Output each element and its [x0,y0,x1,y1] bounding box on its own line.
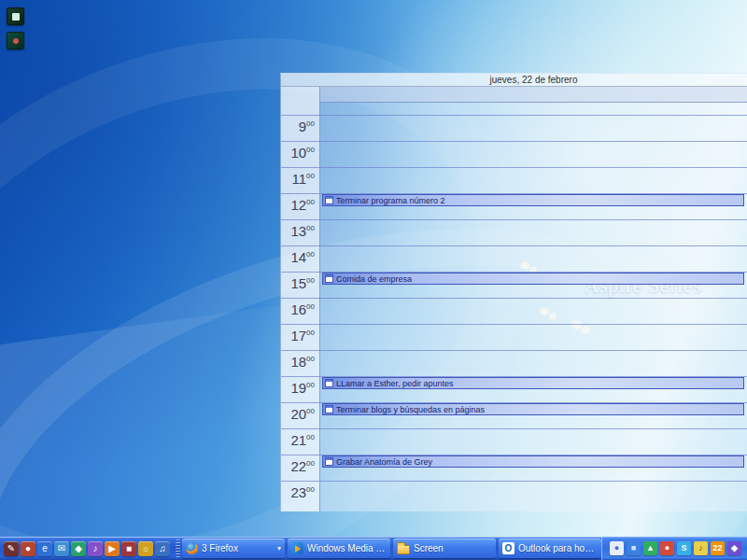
calendar-hour-row[interactable]: 1100 [281,167,747,193]
calendar-item-icon [325,274,333,283]
appointment[interactable]: LLamar a Esther, pedir apuntes [322,377,744,389]
wmp-icon [291,542,303,554]
tray-icon[interactable]: S [677,541,691,555]
appointment-label: LLamar a Esther, pedir apuntes [336,379,454,388]
quick-launch-icon[interactable]: ✎ [4,541,19,556]
task-button-label: Windows Media Player [307,543,387,553]
hour-label: 1700 [281,328,315,343]
quick-launch-icon[interactable]: ▶ [105,541,120,556]
firefox-icon [186,542,198,554]
calendar-item-icon [325,457,333,466]
hour-label: 1500 [281,275,315,291]
hour-label: 1900 [281,380,315,396]
quick-launch-icon[interactable]: ◆ [71,541,86,556]
tray-icon[interactable]: ● [610,541,624,555]
desktop-icon[interactable] [7,32,24,49]
tray-icon[interactable]: 22 [711,541,725,555]
taskbar: ✎●e✉◆♪▶■☼♫ 3 Firefox▾Windows Media Playe… [0,537,747,560]
appointment[interactable]: Terminar blogs y búsquedas en páginas [322,403,744,415]
toolbar-separator[interactable] [176,539,180,557]
quick-launch-icon[interactable]: ● [21,541,35,556]
tray-icon[interactable]: ● [660,541,674,555]
tray-icon[interactable]: ■ [627,541,641,555]
calendar-hour-row[interactable]: 2100 [281,428,747,455]
hour-label: 1100 [281,171,315,187]
quick-launch-icon[interactable]: ✉ [54,541,69,556]
outlook-calendar-panel: jueves, 22 de febrero 900100011001200130… [280,73,747,511]
calendar-hour-row[interactable]: 1800 [281,350,747,376]
desktop-icon[interactable] [7,7,24,25]
desktop: Aspire Series jueves, 22 de febrero 9001… [0,0,747,560]
calendar-grid: 9001000110012001300140015001600170018001… [281,74,747,511]
calendar-hour-row[interactable]: 2300 [281,481,747,507]
calendar-item-icon [325,405,333,413]
calendar-hour-row[interactable]: 900 [281,115,747,141]
task-button-label: Outlook para hoy - Mi... [518,543,598,553]
hour-label: 2300 [281,484,315,500]
appointment[interactable]: Grabar Anatomía de Grey [322,455,744,468]
tray-icon[interactable]: ▲ [643,541,657,555]
task-button-label: Screen [414,543,492,553]
hour-label: 2100 [281,432,315,448]
hour-label: 1400 [281,249,315,265]
quick-launch: ✎●e✉◆♪▶■☼♫ [0,541,174,556]
calendar-hour-row[interactable]: 1300 [281,219,747,245]
outlook-icon [502,542,514,554]
hour-label: 1800 [281,354,315,370]
calendar-item-icon [325,379,333,387]
task-button[interactable]: Outlook para hoy - Mi... [499,539,601,558]
hour-label: 1000 [281,145,315,161]
calendar-hour-row[interactable]: 1000 [281,141,747,167]
tray-icon[interactable]: ♪ [694,541,708,555]
hour-label: 1300 [281,223,315,239]
task-button-label: 3 Firefox [202,543,274,553]
hour-label: 2200 [281,458,315,474]
quick-launch-icon[interactable]: ☼ [138,541,153,556]
appointment-label: Comida de empresa [336,274,412,284]
calendar-hour-row[interactable]: 1700 [281,324,747,350]
hour-label: 1600 [281,301,315,317]
calendar-hour-row[interactable]: 1600 [281,298,747,324]
quick-launch-icon[interactable]: ♫ [155,541,170,556]
quick-launch-icon[interactable]: e [37,541,52,556]
appointment[interactable]: Terminar programa número 2 [322,194,744,206]
appointment-label: Terminar programa número 2 [336,196,445,205]
calendar-hour-row[interactable]: 1400 [281,245,747,272]
quick-launch-icon[interactable]: ■ [121,541,136,556]
folder-icon [397,545,410,554]
quick-launch-icon[interactable]: ♪ [88,541,103,556]
system-tray: ●■▲●S♪22◆ [601,537,747,560]
appointment-label: Grabar Anatomía de Grey [336,457,432,467]
appointment-label: Terminar blogs y búsquedas en páginas [336,405,485,414]
hour-label: 1200 [281,197,315,213]
hour-label: 900 [281,119,315,134]
chevron-down-icon: ▾ [277,544,281,553]
task-button[interactable]: Screen [393,539,496,558]
task-button[interactable]: Windows Media Player [288,539,390,558]
task-button[interactable]: 3 Firefox▾ [182,539,285,558]
hour-label: 2000 [281,406,315,422]
calendar-item-icon [325,196,333,204]
appointment[interactable]: Comida de empresa [322,273,744,285]
task-buttons: 3 Firefox▾Windows Media PlayerScreenOutl… [182,539,601,558]
tray-icon[interactable]: ◆ [727,541,741,555]
